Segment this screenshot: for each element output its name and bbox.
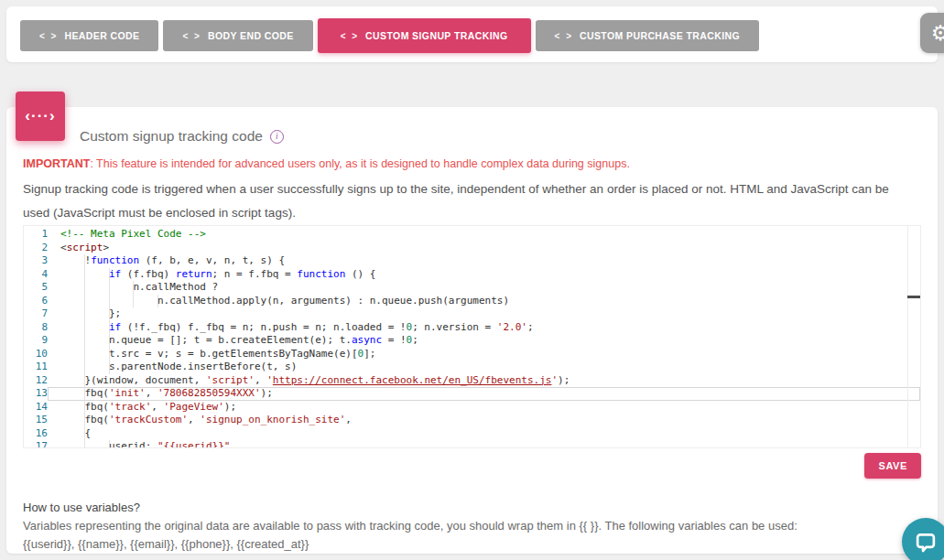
- code-text: {: [60, 427, 91, 439]
- variables-help: How to use variables? Variables represen…: [23, 499, 921, 554]
- code-text: n.queue = []; t = b.createElement(e); t.…: [60, 334, 418, 346]
- line-number: 5: [24, 281, 48, 295]
- editor-minimap-rail: [907, 226, 908, 447]
- code-text: userid: "{{userid}}",: [60, 440, 236, 448]
- page-title: Custom signup tracking code: [80, 127, 263, 145]
- settings-gear-button[interactable]: ⚙: [920, 13, 944, 53]
- code-line[interactable]: 8 if (!f._fbq) f._fbq = n; n.push = n; n…: [24, 321, 920, 335]
- code-icon: < >: [39, 31, 58, 41]
- line-number: 17: [24, 440, 48, 448]
- tab-custom-signup-tracking[interactable]: < >CUSTOM SIGNUP TRACKING: [318, 18, 531, 53]
- code-line[interactable]: 17 userid: "{{userid}}",: [24, 440, 920, 448]
- code-text: !function (f, b, e, v, n, t, s) {: [60, 254, 285, 266]
- tab-label: CUSTOM PURCHASE TRACKING: [580, 30, 740, 41]
- code-line[interactable]: 4 if (f.fbq) return; n = f.fbq = functio…: [24, 268, 920, 282]
- code-text: n.callMethod ?: [60, 281, 218, 293]
- code-text: if (!f._fbq) f._fbq = n; n.push = n; n.l…: [60, 321, 534, 333]
- code-icon: < >: [555, 31, 573, 41]
- code-tabs: < >HEADER CODE< >BODY END CODE< >CUSTOM …: [20, 18, 759, 53]
- code-line[interactable]: 6 n.callMethod.apply(n, arguments) : n.q…: [24, 295, 920, 308]
- line-number: 16: [24, 427, 48, 441]
- code-lines: 1<!-- Meta Pixel Code -->2<script>3 !fun…: [24, 228, 920, 448]
- code-badge-icon: ‹···›: [16, 92, 65, 141]
- line-number: 14: [24, 401, 48, 415]
- code-text: fbq('track', 'PageView');: [60, 401, 236, 413]
- code-line[interactable]: 14 fbq('track', 'PageView');: [24, 401, 920, 415]
- notice-label: IMPORTANT: [23, 157, 90, 170]
- code-settings-toolbar: < >HEADER CODE< >BODY END CODE< >CUSTOM …: [6, 6, 938, 62]
- code-line[interactable]: 11 s.parentNode.insertBefore(t, s): [24, 361, 920, 374]
- save-button[interactable]: SAVE: [864, 453, 921, 479]
- variables-list: {{userid}}, {{name}}, {{email}}, {{phone…: [23, 535, 921, 554]
- tab-custom-purchase-tracking[interactable]: < >CUSTOM PURCHASE TRACKING: [536, 20, 760, 51]
- code-line[interactable]: 12 }(window, document, 'script', 'https:…: [24, 374, 920, 388]
- line-number: 13: [24, 387, 48, 401]
- line-number: 2: [24, 242, 48, 255]
- line-number: 1: [24, 228, 48, 242]
- line-number: 4: [24, 268, 48, 282]
- code-icon: < >: [182, 31, 201, 41]
- code-text: fbq('init', '780682850594XXX');: [60, 387, 273, 399]
- notice-text: : This feature is intended for advanced …: [90, 157, 629, 170]
- line-number: 15: [24, 414, 48, 427]
- code-line[interactable]: 16 {: [24, 427, 920, 441]
- code-text: s.parentNode.insertBefore(t, s): [60, 361, 297, 372]
- save-row: SAVE: [6, 453, 921, 479]
- code-line[interactable]: 3 !function (f, b, e, v, n, t, s) {: [24, 254, 920, 268]
- chat-bubble-icon: [914, 530, 938, 554]
- code-icon: < >: [341, 31, 359, 41]
- info-icon[interactable]: i: [270, 130, 284, 144]
- line-number: 10: [24, 348, 48, 361]
- chat-widget-button[interactable]: [902, 518, 944, 560]
- code-text: <!-- Meta Pixel Code -->: [60, 228, 206, 240]
- variables-help-title: How to use variables?: [23, 499, 921, 517]
- code-line[interactable]: 1<!-- Meta Pixel Code -->: [24, 228, 920, 242]
- code-line[interactable]: 15 fbq('trackCustom', 'signup_on_knorish…: [24, 414, 920, 427]
- line-number: 12: [24, 374, 48, 388]
- code-line[interactable]: 5 n.callMethod ?: [24, 281, 920, 295]
- tab-body-end-code[interactable]: < >BODY END CODE: [163, 20, 312, 51]
- code-text: }(window, document, 'script', 'https://c…: [60, 374, 570, 386]
- line-number: 6: [24, 295, 48, 308]
- editor-scrollbar-handle[interactable]: [907, 296, 920, 298]
- code-text: };: [60, 307, 121, 319]
- panel-header: Custom signup tracking code i: [6, 107, 938, 145]
- line-number: 8: [24, 321, 48, 335]
- code-text: if (f.fbq) return; n = f.fbq = function …: [60, 268, 375, 280]
- tab-label: HEADER CODE: [64, 30, 139, 41]
- line-number: 11: [24, 361, 48, 374]
- code-editor[interactable]: 1<!-- Meta Pixel Code -->2<script>3 !fun…: [23, 225, 921, 448]
- code-line[interactable]: 7 };: [24, 307, 920, 321]
- feature-description: Signup tracking code is triggered when a…: [23, 178, 916, 225]
- important-notice: IMPORTANT: This feature is intended for …: [23, 156, 921, 171]
- variables-help-description: Variables representing the original data…: [23, 517, 921, 535]
- code-text: t.src = v; s = b.getElementsByTagName(e)…: [60, 348, 375, 360]
- code-text: fbq('trackCustom', 'signup_on_knorish_si…: [60, 414, 352, 425]
- gear-icon: ⚙: [931, 21, 944, 45]
- tab-label: BODY END CODE: [208, 30, 294, 41]
- tab-header-code[interactable]: < >HEADER CODE: [20, 20, 158, 51]
- code-text: <script>: [60, 242, 109, 253]
- code-line[interactable]: 9 n.queue = []; t = b.createElement(e); …: [24, 334, 920, 348]
- code-text: n.callMethod.apply(n, arguments) : n.que…: [60, 295, 509, 307]
- line-number: 3: [24, 254, 48, 268]
- code-line[interactable]: 10 t.src = v; s = b.getElementsByTagName…: [24, 348, 920, 361]
- custom-signup-tracking-panel: ‹···› Custom signup tracking code i IMPO…: [6, 107, 938, 554]
- code-line[interactable]: 13 fbq('init', '780682850594XXX');: [24, 387, 920, 401]
- code-line[interactable]: 2<script>: [24, 242, 920, 255]
- code-brackets-icon: ‹···›: [25, 107, 55, 125]
- line-number: 7: [24, 307, 48, 321]
- tab-label: CUSTOM SIGNUP TRACKING: [365, 30, 507, 41]
- line-number: 9: [24, 334, 48, 348]
